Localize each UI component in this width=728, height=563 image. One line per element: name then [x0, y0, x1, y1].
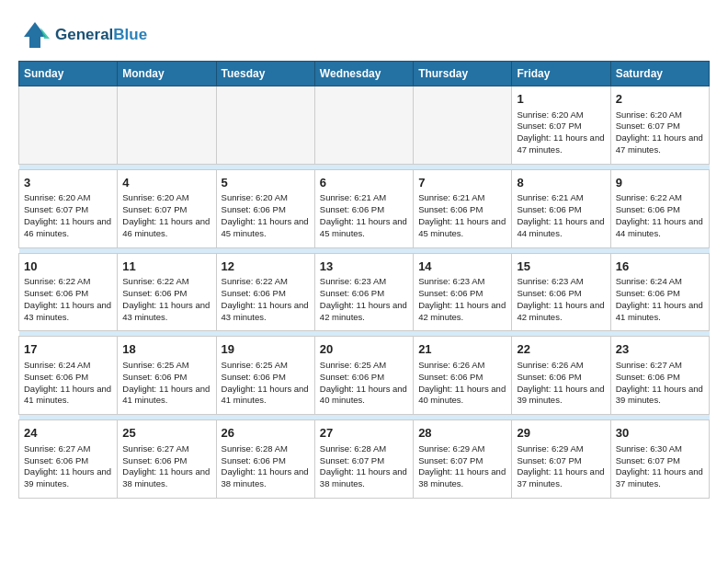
day-info: Sunset: 6:07 PM: [517, 121, 605, 132]
col-header-monday: Monday: [118, 62, 216, 86]
day-cell: 13Sunrise: 6:23 AMSunset: 6:06 PMDayligh…: [314, 253, 413, 331]
day-info: Sunrise: 6:20 AM: [517, 109, 605, 121]
day-info: Daylight: 11 hours and 40 minutes.: [418, 384, 506, 408]
day-info: Daylight: 11 hours and 41 minutes.: [616, 300, 704, 324]
day-info: Daylight: 11 hours and 46 minutes.: [24, 216, 112, 240]
day-info: Daylight: 11 hours and 41 minutes.: [122, 384, 210, 408]
col-header-tuesday: Tuesday: [216, 62, 314, 86]
day-cell: [19, 86, 118, 165]
day-cell: 4Sunrise: 6:20 AMSunset: 6:07 PMDaylight…: [118, 169, 216, 247]
day-number: 23: [616, 341, 704, 358]
day-number: 26: [222, 425, 310, 442]
day-cell: 11Sunrise: 6:22 AMSunset: 6:06 PMDayligh…: [118, 253, 216, 331]
day-cell: 21Sunrise: 6:26 AMSunset: 6:06 PMDayligh…: [414, 337, 512, 415]
day-cell: [216, 86, 314, 165]
day-number: 19: [222, 341, 310, 358]
day-info: Daylight: 11 hours and 40 minutes.: [320, 384, 408, 408]
day-info: Daylight: 11 hours and 37 minutes.: [616, 466, 704, 490]
day-number: 17: [24, 341, 112, 358]
day-info: Sunset: 6:07 PM: [122, 204, 210, 216]
day-info: Sunrise: 6:22 AM: [122, 276, 210, 288]
day-number: 10: [24, 259, 112, 275]
day-cell: 3Sunrise: 6:20 AMSunset: 6:07 PMDaylight…: [19, 169, 118, 247]
day-info: Sunrise: 6:20 AM: [122, 192, 210, 204]
day-info: Daylight: 11 hours and 44 minutes.: [616, 216, 704, 240]
day-info: Sunset: 6:06 PM: [320, 372, 408, 384]
day-number: 1: [517, 91, 605, 108]
day-info: Sunset: 6:07 PM: [517, 455, 605, 467]
day-info: Sunrise: 6:26 AM: [517, 360, 605, 372]
day-number: 27: [320, 425, 408, 442]
col-header-thursday: Thursday: [414, 62, 512, 86]
day-info: Daylight: 11 hours and 41 minutes.: [24, 384, 112, 408]
day-info: Sunset: 6:06 PM: [517, 204, 605, 216]
day-info: Sunrise: 6:24 AM: [616, 276, 704, 288]
day-cell: 2Sunrise: 6:20 AMSunset: 6:07 PMDaylight…: [610, 86, 709, 165]
day-number: 13: [320, 259, 408, 275]
day-info: Sunrise: 6:21 AM: [517, 192, 605, 204]
day-info: Sunset: 6:06 PM: [418, 372, 506, 384]
day-number: 20: [320, 341, 408, 358]
day-cell: 1Sunrise: 6:20 AMSunset: 6:07 PMDaylight…: [512, 86, 610, 165]
day-info: Daylight: 11 hours and 39 minutes.: [517, 384, 605, 408]
week-row-5: 24Sunrise: 6:27 AMSunset: 6:06 PMDayligh…: [19, 420, 710, 499]
day-number: 30: [616, 425, 704, 442]
day-info: Sunrise: 6:29 AM: [517, 443, 605, 455]
day-info: Sunset: 6:06 PM: [222, 288, 310, 300]
day-number: 14: [418, 259, 506, 275]
day-number: 9: [616, 175, 704, 191]
logo: GeneralBlue: [18, 18, 147, 52]
day-info: Sunset: 6:07 PM: [616, 455, 704, 467]
day-cell: 16Sunrise: 6:24 AMSunset: 6:06 PMDayligh…: [610, 253, 709, 331]
calendar-header-row: SundayMondayTuesdayWednesdayThursdayFrid…: [19, 62, 710, 86]
day-info: Sunrise: 6:30 AM: [616, 443, 704, 455]
page: GeneralBlue SundayMondayTuesdayWednesday…: [0, 0, 728, 508]
day-info: Sunset: 6:06 PM: [24, 455, 112, 467]
day-cell: 10Sunrise: 6:22 AMSunset: 6:06 PMDayligh…: [19, 253, 118, 331]
col-header-friday: Friday: [512, 62, 610, 86]
week-row-2: 3Sunrise: 6:20 AMSunset: 6:07 PMDaylight…: [19, 169, 710, 247]
day-info: Sunset: 6:06 PM: [616, 288, 704, 300]
day-cell: 9Sunrise: 6:22 AMSunset: 6:06 PMDaylight…: [610, 169, 709, 247]
day-number: 7: [418, 175, 506, 191]
day-info: Sunrise: 6:27 AM: [616, 360, 704, 372]
day-info: Sunrise: 6:22 AM: [616, 192, 704, 204]
logo-text: GeneralBlue: [55, 26, 147, 44]
day-info: Sunrise: 6:21 AM: [320, 192, 408, 204]
day-number: 28: [418, 425, 506, 442]
day-cell: 18Sunrise: 6:25 AMSunset: 6:06 PMDayligh…: [118, 337, 216, 415]
day-info: Daylight: 11 hours and 39 minutes.: [616, 384, 704, 408]
day-number: 29: [517, 425, 605, 442]
day-info: Sunrise: 6:23 AM: [517, 276, 605, 288]
day-info: Sunset: 6:06 PM: [517, 288, 605, 300]
col-header-sunday: Sunday: [19, 62, 118, 86]
day-info: Sunset: 6:06 PM: [122, 288, 210, 300]
day-number: 2: [616, 91, 704, 108]
day-info: Sunrise: 6:25 AM: [222, 360, 310, 372]
day-info: Daylight: 11 hours and 42 minutes.: [418, 300, 506, 324]
day-number: 22: [517, 341, 605, 358]
calendar-table: SundayMondayTuesdayWednesdayThursdayFrid…: [18, 61, 710, 499]
day-info: Daylight: 11 hours and 45 minutes.: [320, 216, 408, 240]
day-info: Daylight: 11 hours and 42 minutes.: [320, 300, 408, 324]
day-info: Sunset: 6:06 PM: [517, 372, 605, 384]
day-cell: 22Sunrise: 6:26 AMSunset: 6:06 PMDayligh…: [512, 337, 610, 415]
day-info: Sunset: 6:06 PM: [320, 288, 408, 300]
day-cell: 29Sunrise: 6:29 AMSunset: 6:07 PMDayligh…: [512, 420, 610, 499]
day-info: Sunrise: 6:23 AM: [320, 276, 408, 288]
day-info: Daylight: 11 hours and 45 minutes.: [222, 216, 310, 240]
day-info: Sunrise: 6:27 AM: [122, 443, 210, 455]
day-info: Sunset: 6:06 PM: [616, 204, 704, 216]
day-info: Sunrise: 6:25 AM: [320, 360, 408, 372]
day-info: Sunset: 6:06 PM: [418, 204, 506, 216]
day-number: 5: [222, 175, 310, 191]
day-cell: 23Sunrise: 6:27 AMSunset: 6:06 PMDayligh…: [610, 337, 709, 415]
logo-icon: [18, 18, 51, 52]
day-info: Sunrise: 6:22 AM: [24, 276, 112, 288]
day-info: Sunrise: 6:25 AM: [122, 360, 210, 372]
day-info: Sunset: 6:07 PM: [616, 121, 704, 132]
day-info: Daylight: 11 hours and 47 minutes.: [517, 132, 605, 156]
header: GeneralBlue: [18, 18, 710, 52]
day-info: Daylight: 11 hours and 38 minutes.: [122, 466, 210, 490]
day-info: Daylight: 11 hours and 43 minutes.: [122, 300, 210, 324]
